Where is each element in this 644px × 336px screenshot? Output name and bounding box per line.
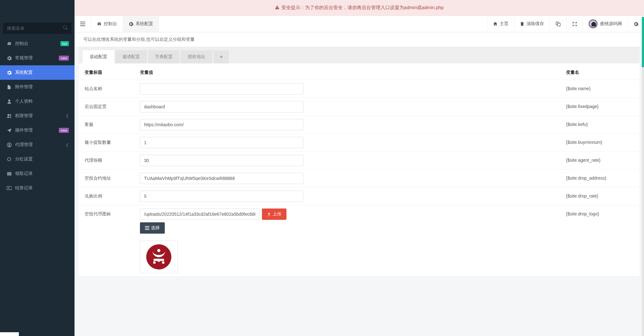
tab-invite[interactable]: 邀请配置 <box>115 50 147 63</box>
svg-point-4 <box>8 158 11 161</box>
table-row: 后台固定页{$site.fixedpage} <box>79 98 640 116</box>
file-icon <box>6 85 13 89</box>
sidebar-item-9[interactable]: 领取记录 <box>0 166 75 181</box>
badge: new <box>59 56 69 61</box>
lang-button[interactable]: 文 <box>550 16 566 32</box>
search-icon[interactable] <box>63 25 68 30</box>
table-header: 变量标题 变量值 变量名 <box>79 63 640 80</box>
upload-button[interactable]: 上传 <box>262 209 286 220</box>
row-title: 后台固定页 <box>83 101 140 110</box>
trash-icon <box>520 22 524 26</box>
row-varname: {$site.name} <box>566 83 635 91</box>
config-table: 变量标题 变量值 变量名 站点名称{$site.name}后台固定页{$site… <box>79 63 640 277</box>
value-input[interactable] <box>140 173 303 184</box>
row-varname: {$site.fixedpage} <box>566 101 635 109</box>
table-row: 站点名称{$site.name} <box>79 80 640 98</box>
svg-rect-5 <box>7 172 8 175</box>
upload-path-input[interactable] <box>140 209 259 220</box>
circle-o-icon <box>6 157 13 161</box>
sidebar-item-label: 系统配置 <box>15 70 33 75</box>
value-input[interactable] <box>140 119 303 130</box>
sidebar-item-1[interactable]: 常规管理new <box>0 51 75 65</box>
tab-dashboard[interactable]: 控制台 <box>91 16 123 32</box>
sidebar-item-3[interactable]: 附件管理 <box>0 80 75 94</box>
sidebar-item-label: 权限管理 <box>15 113 33 119</box>
sidebar-item-7[interactable]: 代理管理❮ <box>0 138 75 152</box>
sidebar-item-label: 结算记录 <box>15 185 33 191</box>
search-input[interactable] <box>3 23 71 34</box>
scrollbar-thumb[interactable] <box>642 17 644 67</box>
svg-point-1 <box>9 114 11 116</box>
badge: new <box>59 128 69 133</box>
page-description: 可以在此增改系统的变量和分组,也可以自定义分组和变量 <box>75 32 644 47</box>
sidebar-item-6[interactable]: 插件管理new <box>0 123 75 138</box>
row-title: 兑换比例 <box>83 191 140 199</box>
row-varname: {$site.kefu} <box>566 119 635 127</box>
table-row: 兑换比例{$site.drop_rate} <box>79 187 640 205</box>
svg-rect-9 <box>11 172 11 175</box>
sidebar-item-2[interactable]: 系统配置 <box>0 65 75 80</box>
svg-point-0 <box>7 114 9 116</box>
svg-rect-15 <box>80 25 85 26</box>
sidebar: 控制台hot常规管理new系统配置附件管理个人资料权限管理❮插件管理new代理管… <box>0 0 75 283</box>
main: 安全提示：为了你的后台安全，请勿将后台管理入口设置为admin或admin.ph… <box>75 0 644 283</box>
row-title: 空投合约地址 <box>83 173 140 181</box>
tab-dict[interactable]: 字典配置 <box>148 50 180 63</box>
svg-rect-13 <box>80 22 85 22</box>
home-label: 主页 <box>500 21 508 27</box>
sidebar-item-5[interactable]: 权限管理❮ <box>0 109 75 123</box>
home-button[interactable]: 主页 <box>487 16 514 32</box>
row-varname: {$site.buyminnum} <box>566 137 635 145</box>
gear-icon <box>129 22 133 26</box>
user-menu[interactable]: 蜜桃源码网 <box>583 16 628 32</box>
tab-sysconfig-label: 系统配置 <box>136 21 153 27</box>
tab-add[interactable]: + <box>214 50 229 63</box>
badge: hot <box>60 41 69 46</box>
toggle-sidebar-button[interactable] <box>75 16 91 32</box>
alert-text: 安全提示：为了你的后台安全，请勿将后台管理入口设置为admin或admin.ph… <box>281 5 444 10</box>
row-varname: {$site.drop_logo} <box>566 209 635 216</box>
svg-text:文: 文 <box>557 22 558 24</box>
row-varname: {$site.drop_rate} <box>566 191 635 198</box>
value-input[interactable] <box>140 191 303 202</box>
row-title: 最小提取数量 <box>83 137 140 145</box>
svg-rect-21 <box>145 229 149 230</box>
col-name: 变量名 <box>566 70 635 75</box>
select-button[interactable]: 选择 <box>140 222 165 234</box>
value-input[interactable] <box>140 155 303 166</box>
table-row: 最小提取数量{$site.buyminnum} <box>79 134 640 152</box>
sidebar-search <box>3 23 71 34</box>
cc-icon <box>6 186 13 190</box>
col-value: 变量值 <box>140 70 566 75</box>
table-row: 空投合约地址{$site.drop_address} <box>79 170 640 187</box>
image-preview <box>140 241 178 273</box>
tab-basic[interactable]: 基础配置 <box>83 50 114 63</box>
gear-icon <box>6 70 13 75</box>
sidebar-item-4[interactable]: 个人资料 <box>0 94 75 109</box>
sidebar-item-label: 插件管理 <box>15 127 33 133</box>
content: 可以在此增改系统的变量和分组,也可以自定义分组和变量 基础配置 邀请配置 字典配… <box>75 32 644 283</box>
svg-point-3 <box>8 144 10 145</box>
user-icon <box>6 99 13 104</box>
tab-auth[interactable]: 授权地址 <box>181 50 212 63</box>
chevron-left-icon: ❮ <box>66 114 69 118</box>
sidebar-item-10[interactable]: 结算记录 <box>0 181 75 195</box>
security-alert: 安全提示：为了你的后台安全，请勿将后台管理入口设置为admin或admin.ph… <box>75 0 644 16</box>
value-input[interactable] <box>140 83 303 95</box>
tab-sysconfig[interactable]: 系统配置 <box>123 16 159 32</box>
svg-rect-14 <box>80 24 85 24</box>
row-title: 代理份额 <box>83 155 140 163</box>
sidebar-item-8[interactable]: 分红设置 <box>0 152 75 166</box>
sidebar-item-label: 个人资料 <box>15 99 33 104</box>
sidebar-item-0[interactable]: 控制台hot <box>0 36 75 51</box>
sidebar-item-label: 附件管理 <box>15 84 33 90</box>
value-input[interactable] <box>140 101 303 112</box>
topbar: 控制台 系统配置 主页 清除缓存 文 蜜桃源码网 <box>75 16 644 32</box>
clear-cache-button[interactable]: 清除缓存 <box>514 16 550 32</box>
bars-icon <box>6 172 13 176</box>
gear-icon <box>6 56 13 61</box>
dashboard-icon <box>6 41 13 46</box>
value-input[interactable] <box>140 137 303 148</box>
fullscreen-button[interactable] <box>566 16 583 32</box>
page-scrollbar[interactable] <box>642 17 644 283</box>
